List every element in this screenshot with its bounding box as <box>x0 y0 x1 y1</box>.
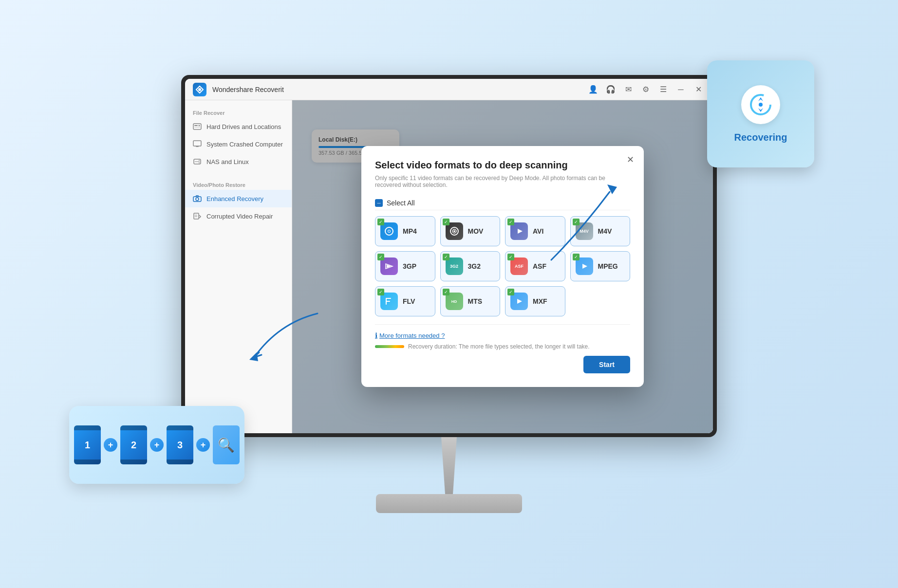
format-card-asf[interactable]: ✓ ASF ASF <box>505 251 565 281</box>
format-grid: ✓ MP4 <box>375 216 630 316</box>
monitor-screen-wrapper: Wondershare Recoverit 👤 🎧 ✉ ⚙ ☰ ─ ✕ File… <box>181 75 717 437</box>
format-label-mxf: MXF <box>533 297 547 305</box>
film-plus-1: + <box>104 438 117 452</box>
dialog-close-button[interactable]: ✕ <box>623 153 637 166</box>
format-check-m4v: ✓ <box>573 219 580 225</box>
title-bar-controls: 👤 🎧 ✉ ⚙ ☰ ─ ✕ <box>586 83 705 96</box>
dialog-subtitle: Only specific 11 video formats can be re… <box>375 175 630 188</box>
select-all-label: Select All <box>387 199 415 207</box>
format-card-mov[interactable]: ✓ MOV <box>440 216 501 246</box>
format-card-flv[interactable]: ✓ FLV <box>375 286 435 316</box>
select-all-row[interactable]: ─ Select All <box>375 196 630 210</box>
monitor-stand-base <box>376 494 522 513</box>
format-check-mov: ✓ <box>443 219 449 225</box>
file-recover-section-label: File Recover <box>185 106 292 118</box>
sidebar-item-enhanced-recovery-label: Enhanced Recovery <box>206 195 263 202</box>
svg-rect-2 <box>194 125 198 126</box>
hdd-icon <box>193 122 202 131</box>
camera-icon <box>193 194 202 203</box>
format-label-avi: AVI <box>533 227 543 235</box>
format-label-flv: FLV <box>403 297 415 305</box>
start-button[interactable]: Start <box>583 356 630 373</box>
film-strip: 1 + 2 + 3 + 🔍 <box>74 425 240 464</box>
dialog-overlay: ✕ Select video formats to do deep scanni… <box>292 100 713 433</box>
recovery-duration: Recovery duration: The more file types s… <box>375 343 630 350</box>
menu-icon[interactable]: ☰ <box>656 83 670 96</box>
format-card-3gp[interactable]: ✓ 3GP <box>375 251 435 281</box>
svg-point-22 <box>453 230 455 232</box>
format-check-3g2: ✓ <box>443 254 449 260</box>
format-card-mts[interactable]: ✓ HD MTS <box>440 286 501 316</box>
app-body: File Recover Hard Drives and Locations <box>185 100 713 433</box>
sidebar-item-nas[interactable]: NAS and Linux <box>185 153 292 170</box>
dialog-actions: Start <box>375 356 630 373</box>
recovering-card: Recovering <box>707 60 814 167</box>
format-label-3gp: 3GP <box>403 262 416 270</box>
select-all-checkbox[interactable]: ─ <box>375 199 383 207</box>
sidebar-item-nas-label: NAS and Linux <box>206 158 249 165</box>
format-check-mxf: ✓ <box>507 289 514 295</box>
format-card-mp4[interactable]: ✓ MP4 <box>375 216 435 246</box>
format-label-mov: MOV <box>468 227 484 235</box>
more-formats-label: More formats needed ? <box>379 332 445 339</box>
main-area: Local Disk(E:) 357.53 GB / 365.51 GB ✕ <box>292 100 713 433</box>
sidebar-item-hard-drives[interactable]: Hard Drives and Locations <box>185 118 292 135</box>
svg-marker-24 <box>582 264 587 269</box>
format-check-mpeg: ✓ <box>573 254 580 260</box>
duration-bar <box>375 345 404 348</box>
nas-icon <box>193 157 202 166</box>
svg-point-11 <box>199 163 200 164</box>
video-photo-section-label: Video/Photo Restore <box>185 178 292 190</box>
settings-icon[interactable]: ⚙ <box>639 83 653 96</box>
headset-icon[interactable]: 🎧 <box>604 83 617 96</box>
mail-icon[interactable]: ✉ <box>621 83 635 96</box>
sidebar-item-system-crashed-label: System Crashed Computer <box>206 141 283 148</box>
recovery-duration-label: Recovery duration: The more file types s… <box>408 343 590 350</box>
repair-icon <box>193 212 202 220</box>
dialog-title: Select video formats to do deep scanning <box>375 160 630 171</box>
format-label-mp4: MP4 <box>403 227 417 235</box>
monitor-stand-neck <box>430 437 468 494</box>
dialog-footer: ℹ More formats needed ? Recovery duratio… <box>375 324 630 373</box>
format-check-asf: ✓ <box>507 254 514 260</box>
user-icon[interactable]: 👤 <box>586 83 600 96</box>
format-card-mpeg[interactable]: ✓ MPEG <box>570 251 631 281</box>
sidebar: File Recover Hard Drives and Locations <box>185 100 292 433</box>
film-plus-2: + <box>150 438 164 452</box>
format-check-3gp: ✓ <box>377 254 384 260</box>
sidebar-item-enhanced-recovery[interactable]: Enhanced Recovery <box>185 190 292 207</box>
more-formats-link[interactable]: ℹ More formats needed ? <box>375 331 630 339</box>
sidebar-item-system-crashed[interactable]: System Crashed Computer <box>185 135 292 153</box>
monitor-screen: Wondershare Recoverit 👤 🎧 ✉ ⚙ ☰ ─ ✕ File… <box>185 79 713 433</box>
svg-point-10 <box>199 160 200 161</box>
title-bar: Wondershare Recoverit 👤 🎧 ✉ ⚙ ☰ ─ ✕ <box>185 79 713 100</box>
format-card-3g2[interactable]: ✓ 3G2 3G2 <box>440 251 501 281</box>
svg-point-3 <box>199 125 200 127</box>
sidebar-item-hard-drives-label: Hard Drives and Locations <box>206 123 281 130</box>
sidebar-item-corrupted-video[interactable]: Corrupted Video Repair <box>185 207 292 225</box>
format-card-mxf[interactable]: ✓ MXF <box>505 286 565 316</box>
format-card-avi[interactable]: ✓ AVI <box>505 216 565 246</box>
svg-marker-23 <box>518 229 523 234</box>
svg-rect-14 <box>194 213 199 219</box>
format-check-mp4: ✓ <box>377 219 384 225</box>
recovering-label: Recovering <box>734 132 787 143</box>
svg-marker-25 <box>517 299 522 304</box>
app-logo <box>193 83 206 96</box>
film-plus-3: + <box>196 438 210 452</box>
svg-rect-19 <box>388 230 390 232</box>
svg-rect-1 <box>193 124 201 129</box>
film-search: 🔍 <box>213 425 240 464</box>
svg-rect-4 <box>194 127 200 128</box>
format-label-asf: ASF <box>533 262 546 270</box>
format-check-flv: ✓ <box>377 289 384 295</box>
film-frame-2: 2 <box>120 425 147 464</box>
close-icon[interactable]: ✕ <box>692 83 705 96</box>
format-label-mpeg: MPEG <box>598 262 618 270</box>
film-strip-card: 1 + 2 + 3 + 🔍 <box>69 406 244 484</box>
recovering-icon <box>741 85 780 124</box>
format-label-mts: MTS <box>468 297 483 305</box>
svg-point-0 <box>198 88 201 91</box>
format-card-m4v[interactable]: ✓ M4V M4V <box>570 216 631 246</box>
minimize-icon[interactable]: ─ <box>674 83 688 96</box>
